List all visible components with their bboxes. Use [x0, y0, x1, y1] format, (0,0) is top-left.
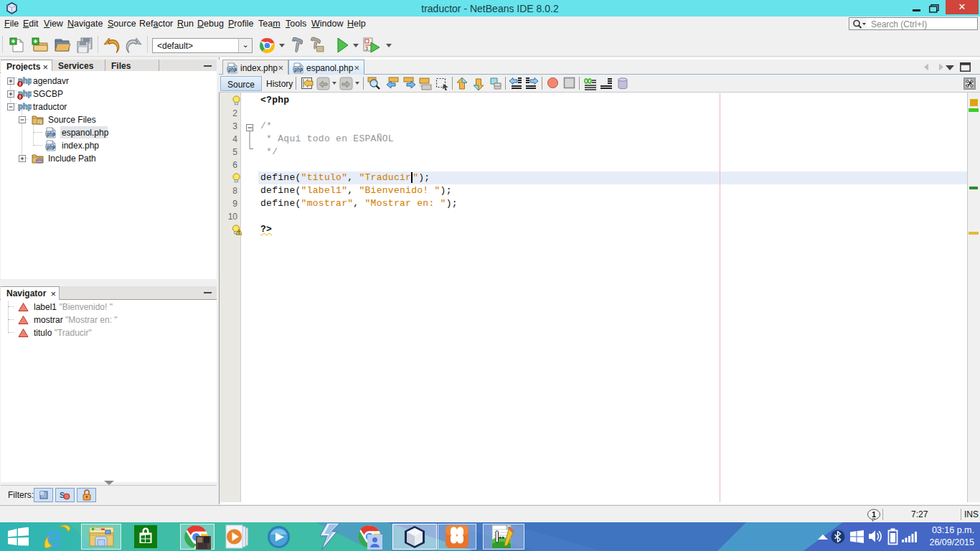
svg-text:3: 3 [365, 46, 368, 51]
svg-text:php: php [18, 102, 32, 110]
svg-text:php: php [294, 67, 303, 72]
svg-text:++: ++ [499, 535, 504, 540]
svg-text:php: php [228, 67, 237, 72]
svg-text:1: 1 [872, 510, 876, 519]
svg-text:php: php [47, 131, 55, 137]
svg-text:php: php [47, 144, 55, 150]
